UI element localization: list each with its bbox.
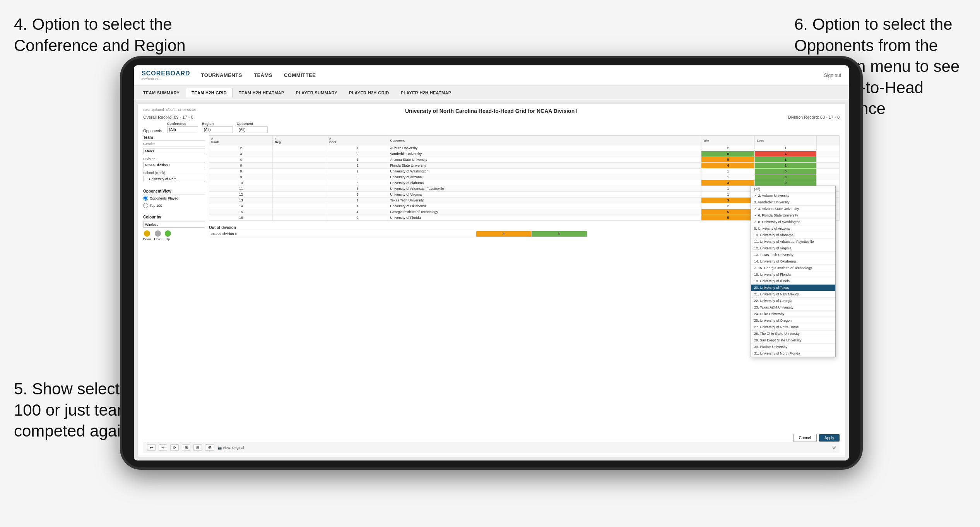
dropdown-item[interactable]: 27. University of Notre Dame — [751, 324, 835, 331]
table-cell: Texas Tech University — [388, 198, 701, 203]
tablet-screen: SCOREBOARD Powered by ... TOURNAMENTS TE… — [134, 65, 849, 460]
table-cell — [273, 203, 327, 209]
school-select[interactable]: 1. University of Nort... — [143, 176, 205, 182]
dropdown-item[interactable]: 22. University of Georgia — [751, 298, 835, 304]
nav-tournaments[interactable]: TOURNAMENTS — [201, 72, 242, 78]
grid-button[interactable]: ⊟ — [193, 444, 202, 451]
table-cell: 2 — [701, 203, 755, 209]
dropdown-item[interactable]: 29. San Diego State University — [751, 337, 835, 344]
tab-player-h2h-grid[interactable]: PLAYER H2H GRID — [344, 88, 395, 97]
copy-button[interactable]: ⊞ — [182, 444, 190, 451]
dropdown-item[interactable]: 9. University of Arizona — [751, 225, 835, 232]
table-cell: 8 — [209, 169, 273, 174]
dropdown-item[interactable]: 11. University of Arkansas, Fayetteville — [751, 239, 835, 245]
dropdown-item[interactable]: 10. University of Alabama — [751, 232, 835, 239]
dropdown-item[interactable]: ✓ 6. Florida State University — [751, 212, 835, 219]
colour-by-select[interactable]: Win/loss — [143, 222, 205, 228]
colour-by-title: Colour by — [143, 215, 205, 220]
opponents-label: Opponents: — [143, 129, 163, 133]
table-cell: 3 — [209, 151, 273, 157]
dropdown-item[interactable]: ✓ 8. University of Washington — [751, 219, 835, 225]
undo-button[interactable]: ↩ — [147, 444, 156, 451]
region-select[interactable]: (All) — [202, 126, 233, 133]
dropdown-item[interactable]: 12. University of Virginia — [751, 245, 835, 252]
sub-nav: TEAM SUMMARY TEAM H2H GRID TEAM H2H HEAT… — [134, 85, 849, 100]
table-cell: 5 — [701, 209, 755, 215]
table-cell — [816, 151, 839, 157]
legend-up: Up — [165, 230, 171, 241]
dropdown-item[interactable]: 13. Texas Tech University — [751, 252, 835, 258]
cancel-button[interactable]: Cancel — [793, 434, 817, 442]
tab-player-h2h-heatmap[interactable]: PLAYER H2H HEATMAP — [395, 88, 457, 97]
card-title: University of North Carolina Head-to-Hea… — [143, 108, 840, 114]
dropdown-item[interactable]: 3. Vanderbilt University — [751, 199, 835, 206]
dropdown-item[interactable]: 20. University of Texas — [751, 285, 835, 291]
table-cell — [816, 157, 839, 163]
table-cell — [273, 174, 327, 180]
tab-team-h2h-heatmap[interactable]: TEAM H2H HEATMAP — [233, 88, 290, 97]
table-cell: 1 — [327, 145, 388, 151]
data-table: #Rank #Reg #Conf Opponent Win Loss — [209, 135, 840, 221]
legend-up-label: Up — [166, 237, 169, 241]
table-cell — [816, 180, 839, 186]
dropdown-item[interactable]: ✓ 4. Arizona State University — [751, 206, 835, 212]
top100-radio[interactable]: Top 100 — [143, 203, 205, 208]
col-rank: #Rank — [209, 136, 273, 145]
tab-team-summary[interactable]: TEAM SUMMARY — [138, 88, 185, 97]
dropdown-item[interactable]: 21. University of New Mexico — [751, 291, 835, 298]
division-select[interactable]: NCAA Division I — [143, 162, 205, 168]
dropdown-item[interactable]: 14. University of Oklahoma — [751, 258, 835, 265]
opponent-select[interactable]: (All) — [237, 126, 268, 133]
legend: Down Level Up — [143, 230, 205, 241]
apply-button[interactable]: Apply — [819, 434, 840, 442]
nav-teams[interactable]: TEAMS — [254, 72, 272, 78]
dropdown-item[interactable]: 31. University of North Florida — [751, 350, 835, 357]
conference-select[interactable]: (All) — [167, 126, 198, 133]
table-cell: 3 — [327, 174, 388, 180]
table-cell: 3 — [701, 180, 755, 186]
dropdown-item[interactable]: ✓ 15. Georgia Institute of Technology — [751, 265, 835, 271]
table-cell: 2 — [327, 163, 388, 169]
dropdown-item[interactable]: 18. University of Illinois — [751, 278, 835, 285]
legend-down-label: Down — [143, 237, 151, 241]
legend-level-dot — [155, 230, 161, 237]
nav-sign-out[interactable]: Sign out — [824, 73, 841, 78]
table-row: 82University of Washington10 — [209, 169, 840, 174]
table-row: 162University of Florida51 — [209, 215, 840, 221]
table-row: 116University of Arkansas, Fayetteville1… — [209, 186, 840, 192]
dropdown-item[interactable]: (All) — [751, 186, 835, 193]
table-row: 123University of Virginia11 — [209, 192, 840, 198]
clock-button[interactable]: ⏱ — [205, 444, 214, 451]
region-label: Region — [202, 122, 233, 126]
redo-button[interactable]: ↪ — [159, 444, 167, 451]
table-cell — [273, 169, 327, 174]
out-of-div-loss: 0 — [532, 231, 587, 237]
tablet: SCOREBOARD Powered by ... TOURNAMENTS TE… — [120, 56, 863, 470]
nav-committee[interactable]: COMMITTEE — [284, 72, 316, 78]
division-record: Division Record: 88 - 17 - 0 — [788, 115, 840, 119]
table-cell — [273, 151, 327, 157]
dropdown-item[interactable]: 25. University of Oregon — [751, 317, 835, 324]
tab-team-h2h-grid[interactable]: TEAM H2H GRID — [186, 88, 233, 97]
tab-player-summary[interactable]: PLAYER SUMMARY — [291, 88, 343, 97]
gender-label: Gender — [143, 142, 205, 147]
legend-down: Down — [143, 230, 151, 241]
dropdown-item[interactable]: 30. Purdue University — [751, 344, 835, 350]
top-nav: SCOREBOARD Powered by ... TOURNAMENTS TE… — [134, 65, 849, 85]
dropdown-item[interactable]: ✓ 2. Auburn University — [751, 193, 835, 199]
table-cell: Vanderbilt University — [388, 151, 701, 157]
table-cell: 4 — [209, 157, 273, 163]
dropdown-item[interactable]: 28. The Ohio State University — [751, 331, 835, 337]
table-cell: 1 — [701, 174, 755, 180]
table-cell: University of Arizona — [388, 174, 701, 180]
table-row: 154Georgia Institute of Technology51 — [209, 209, 840, 215]
table-cell — [273, 186, 327, 192]
table-row: 131Texas Tech University30 — [209, 198, 840, 203]
gender-select[interactable]: Men's — [143, 148, 205, 154]
revert-button[interactable]: ⟳ — [170, 444, 179, 451]
dropdown-item[interactable]: 23. Texas A&M University — [751, 304, 835, 311]
out-of-div-table: NCAA Division II 1 0 — [209, 231, 587, 237]
dropdown-item[interactable]: 24. Duke University — [751, 311, 835, 317]
dropdown-item[interactable]: 16. University of Florida — [751, 271, 835, 278]
opponents-played-radio[interactable]: Opponents Played — [143, 196, 205, 201]
